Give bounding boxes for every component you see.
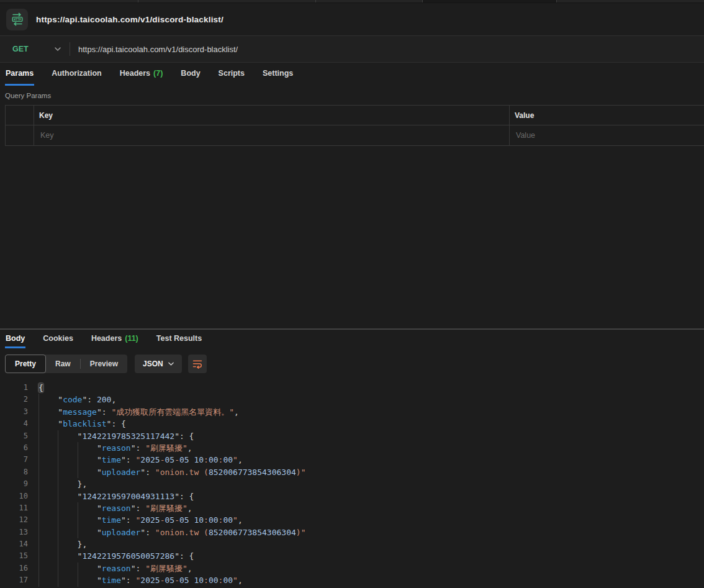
response-headers-count-badge: (11) [125,334,138,343]
code-line: 16"reason": "刷屏騷擾", [0,563,704,574]
code-line: 13"uploader": "onion.tw (852006773854306… [0,527,704,538]
line-number: 16 [0,563,32,574]
method-select[interactable]: GET [0,36,70,62]
tab-response-body[interactable]: Body [5,330,25,348]
line-number: 3 [0,406,32,418]
indent-guide [58,527,77,538]
code-line: 5"1242219785325117442": { [0,430,704,442]
view-mode-group: Pretty Raw Preview [5,355,127,373]
query-params-table: Key Value [5,105,704,146]
pretty-button[interactable]: Pretty [5,355,46,373]
param-value-header: Value [515,111,534,120]
indent-guide [38,466,58,478]
tab-divider [422,0,423,2]
indent-guide [78,574,97,586]
indent-guide [78,514,97,526]
indent-guide [58,454,77,466]
line-number: 2 [0,394,32,405]
indent-guide [38,406,58,418]
method-label: GET [12,45,29,53]
tab-scripts[interactable]: Scripts [218,63,245,86]
tab-divider [138,0,138,2]
response-view-toolbar: Pretty Raw Preview JSON [5,355,704,373]
params-header-row: Key Value [6,105,704,125]
tab-divider [315,0,316,2]
chevron-down-icon [55,47,61,51]
format-select[interactable]: JSON [135,355,182,373]
line-number: 10 [0,491,32,502]
indent-guide [58,514,77,526]
indent-guide [78,466,97,478]
indent-guide [38,442,58,454]
param-row-select[interactable] [6,125,34,145]
line-number: 7 [0,454,32,466]
line-number: 5 [0,430,32,442]
indent-guide [58,430,77,442]
code-line: 14}, [0,538,704,550]
query-params-title: Query Params [5,92,704,99]
param-input-row [6,125,704,146]
tab-response-headers[interactable]: Headers(11) [91,330,139,348]
code-line: 7"time": "2025-05-05 10:00:00", [0,454,704,466]
code-line: 12"time": "2025-05-05 10:00:00", [0,514,704,526]
tab-response-cookies[interactable]: Cookies [42,330,74,348]
tab-params[interactable]: Params [5,63,34,86]
code-line: 8"uploader": "onion.tw (8520067738543063… [0,466,704,478]
tab-settings[interactable]: Settings [262,63,294,86]
indent-guide [58,574,77,586]
tab-divider [556,0,557,2]
indent-guide [38,394,58,405]
indent-guide [58,550,77,562]
request-pane-empty-space [0,146,704,328]
url-bar: GET [0,35,704,63]
indent-guide [58,466,77,478]
indent-guide [38,430,58,442]
indent-guide [38,502,58,514]
param-select-column[interactable] [6,106,34,125]
indent-guide [78,563,97,574]
tab-authorization[interactable]: Authorization [51,63,102,86]
indent-guide [38,563,58,574]
request-tabs: Params Authorization Headers(7) Body Scr… [0,63,704,86]
code-line: 15"1242219576050057286": { [0,550,704,562]
wrap-text-button[interactable] [188,355,207,373]
active-workspace-tab-edge [422,0,556,2]
line-number: 17 [0,574,32,586]
indent-guide [38,491,58,502]
indent-guide [78,442,97,454]
param-key-header: Key [39,111,53,120]
indent-guide [58,442,77,454]
tab-headers[interactable]: Headers(7) [119,63,164,86]
indent-guide [78,527,97,538]
headers-count-badge: (7) [153,69,163,78]
indent-guide [58,563,77,574]
code-line: 6"reason": "刷屏騷擾", [0,442,704,454]
indent-guide [38,527,58,538]
line-number: 12 [0,514,32,526]
code-line: 2"code": 200, [0,394,704,405]
line-number: 1 [0,382,32,394]
indent-guide [38,574,58,586]
code-line: 10"1242219597004931113": { [0,491,704,502]
preview-button[interactable]: Preview [81,355,127,373]
wrap-text-icon [192,360,202,369]
workspace-tab-strip [0,0,704,3]
request-title-bar: HTTP https://api.taicoolah.com/v1/discor… [0,3,704,35]
indent-guide [78,502,97,514]
url-input[interactable] [70,45,704,54]
tab-body[interactable]: Body [180,63,201,86]
line-number: 6 [0,442,32,454]
tab-test-results[interactable]: Test Results [156,330,202,348]
param-value-input[interactable] [515,130,699,140]
http-request-icon: HTTP [6,9,28,30]
response-tabs: Body Cookies Headers(11) Test Results [0,330,704,348]
indent-guide [58,478,77,490]
request-title: https://api.taicoolah.com/v1/discord-bla… [36,15,223,24]
line-number: 4 [0,418,32,430]
indent-guide [38,418,58,430]
response-body-code[interactable]: 1{2"code": 200,3"message": "成功獲取所有雲端黑名單資… [0,382,704,587]
line-number: 15 [0,550,32,562]
raw-button[interactable]: Raw [46,355,80,373]
line-number: 8 [0,466,32,478]
param-key-input[interactable] [39,130,504,140]
